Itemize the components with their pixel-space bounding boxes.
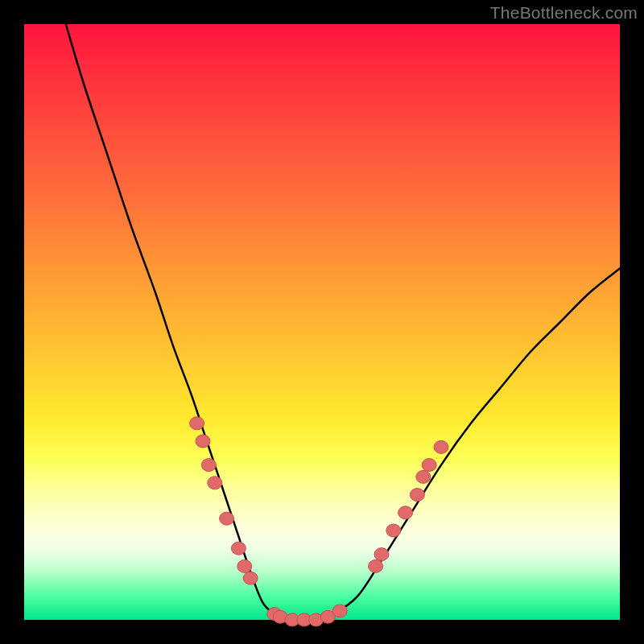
marker-right-cluster bbox=[410, 489, 424, 502]
marker-right-cluster bbox=[374, 548, 389, 561]
plot-area bbox=[24, 24, 620, 620]
marker-right-cluster bbox=[369, 559, 383, 572]
marker-left-cluster bbox=[237, 559, 252, 572]
marker-left-cluster bbox=[243, 572, 258, 584]
marker-bottom-run bbox=[332, 605, 347, 617]
marker-right-cluster bbox=[422, 459, 436, 472]
marker-right-cluster bbox=[434, 440, 448, 453]
marker-left-cluster bbox=[220, 512, 234, 525]
marker-right-cluster bbox=[416, 470, 431, 483]
watermark-text: TheBottleneck.com bbox=[490, 3, 638, 23]
marker-right-cluster bbox=[398, 506, 413, 519]
marker-left-cluster bbox=[190, 417, 204, 430]
marker-group bbox=[190, 417, 448, 626]
marker-left-cluster bbox=[231, 542, 246, 555]
chart-svg bbox=[24, 24, 620, 620]
marker-left-cluster bbox=[208, 477, 222, 489]
marker-right-cluster bbox=[386, 524, 401, 537]
bottleneck-curve bbox=[66, 24, 620, 621]
outer-frame: TheBottleneck.com bbox=[0, 0, 644, 644]
marker-left-cluster bbox=[196, 435, 210, 448]
marker-left-cluster bbox=[201, 459, 216, 472]
